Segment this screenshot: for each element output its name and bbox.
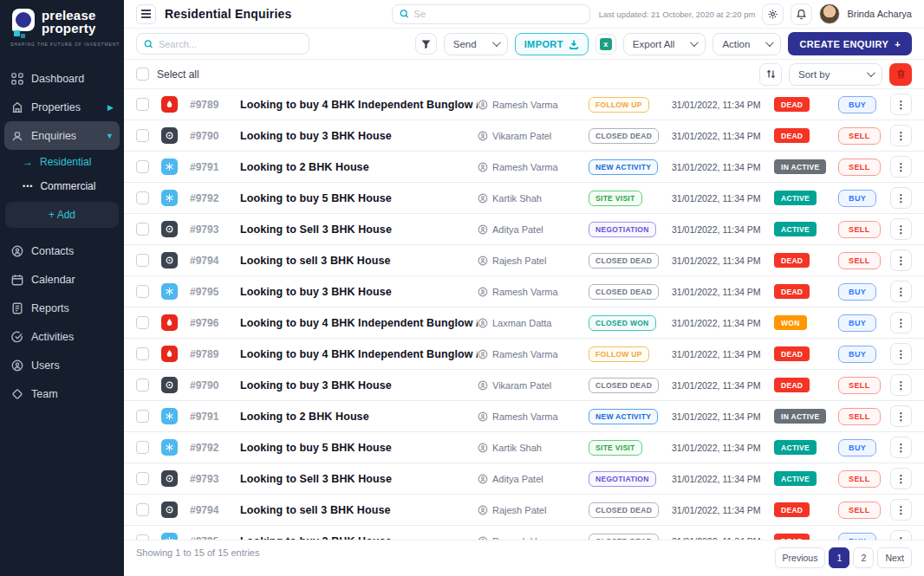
user-avatar[interactable]	[819, 3, 840, 24]
sidebar-item-contacts[interactable]: Contacts	[0, 236, 124, 265]
row-menu-button[interactable]: ⋮	[890, 156, 912, 178]
enquiry-title[interactable]: Looking to buy 4 BHK Independent Bunglow…	[231, 348, 478, 360]
buy-sell-button[interactable]: BUY	[838, 190, 876, 207]
sidebar-item-properties[interactable]: Properties ▶	[0, 93, 124, 121]
chevron-down-icon	[867, 68, 875, 77]
row-checkbox[interactable]	[136, 98, 149, 111]
row-menu-button[interactable]: ⋮	[890, 499, 912, 521]
row-checkbox[interactable]	[136, 379, 149, 392]
pagination-previous-button[interactable]: Previous	[775, 547, 826, 568]
stage-cell: CLOSED DEAD	[589, 284, 672, 300]
row-checkbox[interactable]	[136, 441, 149, 454]
chevron-down-icon: ▼	[106, 132, 114, 140]
sidebar-item-reports[interactable]: Reports	[0, 294, 124, 322]
row-menu-button[interactable]: ⋮	[890, 281, 912, 302]
export-all-dropdown[interactable]: Export All	[623, 33, 706, 55]
row-menu-button[interactable]: ⋮	[890, 249, 912, 271]
buy-sell-button[interactable]: SELL	[838, 377, 881, 394]
buy-sell-button[interactable]: BUY	[838, 439, 876, 456]
row-menu-button[interactable]: ⋮	[890, 374, 912, 396]
buy-sell-button[interactable]: SELL	[838, 252, 881, 269]
sidebar-item-team[interactable]: Team	[0, 379, 124, 408]
excel-export-button[interactable]: x	[595, 34, 616, 55]
row-menu-button[interactable]: ⋮	[890, 94, 912, 115]
enquiry-title[interactable]: Looking to 2 BHK House	[231, 161, 478, 173]
row-menu-button[interactable]: ⋮	[890, 468, 912, 489]
row-menu-button[interactable]: ⋮	[890, 343, 912, 365]
notifications-button[interactable]	[791, 3, 812, 25]
status-badge: DEAD	[774, 534, 810, 540]
enquiry-title[interactable]: Looking to buy 3 BHK House	[231, 130, 478, 142]
list-header-row: Select all Sort by	[124, 60, 924, 89]
sidebar-item-dashboard[interactable]: Dashboard	[0, 64, 124, 93]
row-menu-button[interactable]: ⋮	[890, 125, 912, 146]
row-menu-button[interactable]: ⋮	[890, 437, 912, 458]
row-checkbox[interactable]	[136, 254, 149, 267]
list-search-input[interactable]	[159, 39, 302, 49]
row-menu-button[interactable]: ⋮	[890, 530, 912, 540]
enquiry-title[interactable]: Looking to buy 4 BHK Independent Bunglow…	[231, 99, 478, 111]
enquiry-title[interactable]: Looking to sell 3 BHK House	[231, 504, 478, 516]
settings-button[interactable]	[762, 3, 784, 25]
buy-sell-button[interactable]: SELL	[838, 502, 881, 519]
pagination-next-button[interactable]: Next	[877, 547, 912, 568]
buy-sell-button[interactable]: BUY	[838, 346, 876, 363]
pagination-page-1[interactable]: 1	[829, 547, 849, 568]
enquiry-title[interactable]: Looking to 2 BHK House	[231, 411, 478, 423]
send-dropdown[interactable]: Send	[444, 33, 508, 55]
enquiry-title[interactable]: Looking to buy 3 BHK House	[231, 286, 478, 298]
buy-sell-button[interactable]: BUY	[838, 96, 876, 113]
row-checkbox[interactable]	[136, 472, 149, 485]
filter-button[interactable]	[415, 33, 437, 55]
row-menu-button[interactable]: ⋮	[890, 405, 912, 427]
contact-name: Laxman Datta	[492, 318, 551, 328]
row-checkbox[interactable]	[136, 160, 149, 173]
row-menu-button[interactable]: ⋮	[890, 312, 912, 333]
row-checkbox[interactable]	[136, 503, 149, 516]
row-menu-button[interactable]: ⋮	[890, 187, 912, 209]
buy-sell-button[interactable]: BUY	[838, 533, 876, 540]
action-dropdown[interactable]: Action	[713, 33, 781, 55]
row-checkbox[interactable]	[136, 316, 149, 329]
sidebar-item-enquiries[interactable]: Enquiries ▼	[4, 121, 120, 150]
buy-sell-button[interactable]: SELL	[838, 470, 881, 488]
sidebar-item-activities[interactable]: Activities	[0, 322, 124, 351]
sidebar-subitem-commercial[interactable]: ••• Commercial	[0, 174, 124, 198]
sort-by-dropdown[interactable]: Sort by	[789, 63, 882, 86]
pagination-page-2[interactable]: 2	[853, 547, 874, 568]
sidebar-item-calendar[interactable]: Calendar	[0, 265, 124, 294]
buy-sell-button[interactable]: SELL	[838, 127, 881, 145]
enquiry-title[interactable]: Looking to buy 5 BHK House	[231, 192, 478, 204]
row-checkbox[interactable]	[136, 191, 149, 204]
create-enquiry-button[interactable]: CREATE ENQUIRY +	[788, 32, 912, 55]
enquiry-title[interactable]: Looking to Sell 3 BHK House	[231, 473, 478, 485]
buy-sell-button[interactable]: BUY	[838, 314, 876, 332]
select-all-checkbox[interactable]	[136, 68, 149, 81]
row-checkbox[interactable]	[136, 285, 149, 298]
row-checkbox[interactable]	[136, 129, 149, 142]
row-checkbox[interactable]	[136, 410, 149, 423]
row-menu-button[interactable]: ⋮	[890, 218, 912, 240]
enquiry-title[interactable]: Looking to buy 3 BHK House	[231, 379, 478, 392]
buy-sell-button[interactable]: SELL	[838, 221, 881, 238]
lead-type-icon	[161, 377, 178, 393]
row-checkbox[interactable]	[136, 347, 149, 360]
global-search-input[interactable]	[414, 9, 582, 19]
buy-sell-button[interactable]: SELL	[838, 408, 881, 425]
enquiry-title[interactable]: Looking to sell 3 BHK House	[231, 255, 478, 267]
enquiry-title[interactable]: Looking to Sell 3 BHK House	[231, 223, 478, 236]
row-checkbox[interactable]	[136, 223, 149, 236]
enquiry-title[interactable]: Looking to buy 5 BHK House	[231, 442, 478, 454]
buy-sell-button[interactable]: BUY	[838, 283, 876, 301]
import-button[interactable]: IMPORT	[515, 33, 589, 55]
sidebar-subitem-residential[interactable]: → Residential	[0, 150, 124, 174]
enquiry-title[interactable]: Looking to buy 4 BHK Independent Bunglow…	[231, 317, 478, 329]
gear-icon	[767, 9, 778, 20]
sort-direction-button[interactable]	[759, 63, 782, 86]
sidebar-item-users[interactable]: Users	[0, 351, 124, 379]
stage-cell: SITE VISIT	[589, 191, 672, 206]
hamburger-menu-button[interactable]	[136, 4, 156, 24]
delete-button[interactable]	[889, 63, 912, 86]
buy-sell-button[interactable]: SELL	[838, 159, 881, 176]
add-enquiry-button[interactable]: + Add	[5, 202, 119, 228]
